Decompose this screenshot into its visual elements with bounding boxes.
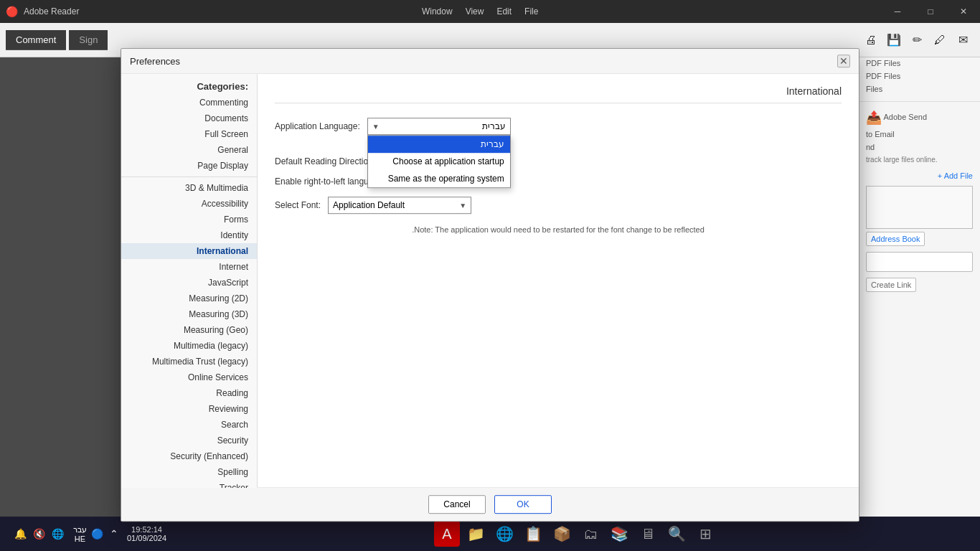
save-icon[interactable]: 💾 xyxy=(882,29,905,52)
menu-edit[interactable]: Edit xyxy=(491,4,517,19)
globe-icon[interactable]: 🌐 xyxy=(50,527,65,541)
menu-window[interactable]: Window xyxy=(416,4,458,19)
category-divider-1 xyxy=(121,176,257,177)
category-accessibility[interactable]: Accessibility xyxy=(121,196,257,212)
track-sub-item: track large files online. xyxy=(866,154,973,166)
category-javascript[interactable]: JavaScript xyxy=(121,275,257,291)
taskbar-app-6[interactable]: 🗂 xyxy=(578,521,603,547)
category-tracker[interactable]: Tracker xyxy=(121,480,257,487)
language-dropdown[interactable]: עברית ▼ עברית Choose at application star… xyxy=(367,118,511,135)
address-book-button[interactable]: Address Book xyxy=(866,232,925,246)
print-icon[interactable]: 🖨 xyxy=(859,29,882,52)
category-measuring-geo[interactable]: Measuring (Geo) xyxy=(121,322,257,338)
send-icon: 📤 xyxy=(866,110,882,125)
category-search[interactable]: Search xyxy=(121,417,257,433)
category-measuring-3d[interactable]: Measuring (3D) xyxy=(121,306,257,322)
taskbar-windows-button[interactable]: ⊞ xyxy=(692,521,718,547)
category-security-enhanced[interactable]: Security (Enhanced) xyxy=(121,448,257,464)
menu-view[interactable]: View xyxy=(460,4,490,19)
pdf-files-item-2[interactable]: PDF Files xyxy=(866,70,973,83)
reading-direction-label: :Default Reading Direction xyxy=(275,156,375,166)
edit-icon[interactable]: ✏ xyxy=(905,29,928,52)
taskbar-left: 🔔 🔇 🌐 עבר HE 🔵 ⌃ xyxy=(0,525,121,543)
taskbar-system-icons: 🔔 🔇 🌐 xyxy=(7,527,70,541)
link-input[interactable] xyxy=(866,252,973,272)
category-forms[interactable]: Forms xyxy=(121,212,257,227)
font-dropdown[interactable]: ▼ Application Default xyxy=(328,197,471,214)
maximize-button[interactable]: □ xyxy=(914,0,947,23)
font-dropdown-value: Application Default xyxy=(333,200,405,210)
dialog-close-button[interactable]: ✕ xyxy=(837,55,850,67)
files-item[interactable]: Files xyxy=(866,83,973,95)
adobe-icon: 🔴 xyxy=(6,6,18,17)
language-dropdown-menu: עברית Choose at application startup Same… xyxy=(367,135,511,188)
language-dropdown-trigger[interactable]: עברית ▼ xyxy=(367,118,511,135)
language-option-os[interactable]: Same as the operating system xyxy=(368,170,510,187)
app-title: Adobe Reader xyxy=(24,6,79,17)
category-documents[interactable]: Documents xyxy=(121,110,257,126)
categories-panel: :Categories Commenting Documents Full Sc… xyxy=(121,74,258,487)
taskbar-app-4[interactable]: 📋 xyxy=(520,521,546,547)
reading-direction-row: :Default Reading Direction xyxy=(275,156,842,166)
taskbar-adobe-app[interactable]: A xyxy=(434,521,460,547)
notification-icon[interactable]: 🔔 xyxy=(13,527,27,541)
tab-sign[interactable]: Sign xyxy=(69,30,108,50)
language-option-hebrew[interactable]: עברית xyxy=(368,136,510,153)
enable-rtl-row: Enable right-to-left language options xyxy=(275,176,842,187)
taskbar-folder-app[interactable]: 📁 xyxy=(463,521,489,547)
category-general[interactable]: General xyxy=(121,142,257,158)
ok-button[interactable]: OK xyxy=(494,495,552,514)
language-indicator[interactable]: עבר HE xyxy=(73,525,87,543)
close-button[interactable]: ✕ xyxy=(947,0,980,23)
recipient-input-area[interactable] xyxy=(866,186,973,229)
language-option-choose[interactable]: Choose at application startup xyxy=(368,153,510,170)
adobe-send-item[interactable]: 📤 Adobe Send xyxy=(866,108,973,128)
font-dropdown-arrow-icon: ▼ xyxy=(459,202,466,209)
title-bar: 🔴 Adobe Reader Window View Edit File ─ □… xyxy=(0,0,980,23)
select-font-label: :Select Font xyxy=(275,200,321,210)
volume-icon[interactable]: 🔇 xyxy=(32,527,46,541)
taskbar-app-7[interactable]: 📚 xyxy=(606,521,632,547)
cancel-button[interactable]: Cancel xyxy=(428,495,486,514)
highlight-icon[interactable]: 🖊 xyxy=(928,29,951,52)
expand-icon[interactable]: ⌃ xyxy=(107,527,121,541)
pdf-files-item-1[interactable]: PDF Files xyxy=(866,57,973,70)
category-online-services[interactable]: Online Services xyxy=(121,369,257,385)
track-item[interactable]: nd xyxy=(866,141,973,154)
category-multimedia-legacy[interactable]: Multimedia (legacy) xyxy=(121,338,257,354)
category-page-display[interactable]: Page Display xyxy=(121,158,257,174)
category-full-screen[interactable]: Full Screen xyxy=(121,126,257,142)
taskbar-app-5[interactable]: 📦 xyxy=(549,521,575,547)
taskbar-app-3[interactable]: 🌐 xyxy=(491,521,517,547)
section-header: International xyxy=(275,85,842,103)
category-security[interactable]: Security xyxy=(121,433,257,448)
preferences-dialog: Preferences ✕ :Categories Commenting Doc… xyxy=(121,48,859,522)
restart-note: .Note: The application would need to be … xyxy=(275,225,842,234)
tab-comment[interactable]: Comment xyxy=(6,30,66,50)
create-link-button[interactable]: Create Link xyxy=(866,278,916,292)
minimize-button[interactable]: ─ xyxy=(881,0,914,23)
category-reviewing[interactable]: Reviewing xyxy=(121,401,257,417)
menu-file[interactable]: File xyxy=(519,4,544,19)
app-language-row: עברית ▼ עברית Choose at application star… xyxy=(275,118,842,135)
bluetooth-icon[interactable]: 🔵 xyxy=(90,527,104,541)
category-3d-multimedia[interactable]: 3D & Multimedia xyxy=(121,180,257,196)
category-reading[interactable]: Reading xyxy=(121,385,257,401)
category-spelling[interactable]: Spelling xyxy=(121,464,257,480)
taskbar-app-8[interactable]: 🖥 xyxy=(635,521,661,547)
category-international[interactable]: International xyxy=(121,243,257,259)
select-font-row: ▼ Application Default :Select Font xyxy=(275,197,842,214)
right-panel: Sign In PDF Files PDF Files Files 📤 Adob… xyxy=(858,23,980,517)
title-bar-left: 🔴 Adobe Reader xyxy=(0,6,79,17)
mail-icon[interactable]: ✉ xyxy=(951,29,974,52)
category-multimedia-trust[interactable]: Multimedia Trust (legacy) xyxy=(121,354,257,369)
add-file-link[interactable]: + Add File xyxy=(859,169,980,183)
to-email-item[interactable]: to Email xyxy=(866,128,973,141)
dialog-body: :Categories Commenting Documents Full Sc… xyxy=(121,74,859,487)
category-identity[interactable]: Identity xyxy=(121,227,257,243)
taskbar-search-app[interactable]: 🔍 xyxy=(664,521,689,547)
category-internet[interactable]: Internet xyxy=(121,259,257,275)
language-dropdown-value: עברית xyxy=(482,121,506,131)
category-commenting[interactable]: Commenting xyxy=(121,95,257,110)
category-measuring-2d[interactable]: Measuring (2D) xyxy=(121,291,257,306)
